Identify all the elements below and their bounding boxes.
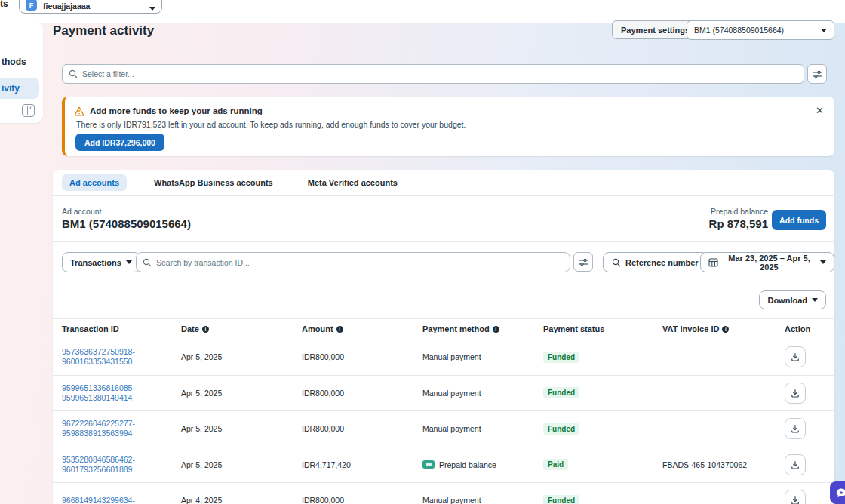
table-column-header[interactable]: Transaction ID xyxy=(62,324,181,333)
column-label: VAT invoice ID xyxy=(662,324,719,333)
transactions-dropdown[interactable]: Transactions xyxy=(62,252,140,272)
column-label: Payment status xyxy=(543,324,604,333)
search-icon xyxy=(612,258,621,267)
transaction-amount: IDR800,000 xyxy=(302,389,422,398)
search-icon xyxy=(69,69,78,78)
info-icon[interactable] xyxy=(722,326,729,333)
chevron-down-icon xyxy=(149,7,155,11)
table-column-header[interactable]: Date xyxy=(181,324,302,333)
transactions-dropdown-label: Transactions xyxy=(70,258,121,267)
column-label: Action xyxy=(785,324,810,333)
banner-body: There is only IDR791,523 left in your ad… xyxy=(76,120,466,129)
low-funds-banner: Add more funds to keep your ads running … xyxy=(62,97,834,156)
transaction-date: Apr 4, 2025 xyxy=(181,496,302,504)
tab-meta-verified-accounts[interactable]: Meta Verified accounts xyxy=(300,174,405,191)
info-icon[interactable] xyxy=(336,326,343,333)
payment-method: Manual payment xyxy=(422,352,543,361)
table-column-header[interactable]: VAT invoice ID xyxy=(662,324,785,333)
table-row: 9573636372750918-9600163353431550 Apr 5,… xyxy=(53,340,834,376)
payment-method: Manual payment xyxy=(422,496,543,504)
table-row: 9599651336816085-9599651380149414 Apr 5,… xyxy=(53,376,834,412)
table-column-header[interactable]: Action xyxy=(785,324,834,333)
add-funds-button[interactable]: Add funds xyxy=(772,210,826,230)
download-button[interactable]: Download xyxy=(759,290,826,309)
download-icon xyxy=(790,352,800,362)
ad-account-label: Ad account xyxy=(62,207,102,216)
transaction-search-input[interactable]: Search by transaction ID... xyxy=(136,252,570,272)
sliders-icon xyxy=(813,69,822,79)
column-label: Transaction ID xyxy=(62,324,119,333)
status-badge: Funded xyxy=(543,352,579,363)
column-label: Date xyxy=(181,324,199,333)
status-badge: Funded xyxy=(543,423,579,435)
top-bar: ts F fieuajjajaaaa xyxy=(0,0,845,23)
download-icon xyxy=(790,459,800,470)
sidebar-collapse-icon[interactable] xyxy=(22,104,35,117)
tab-ad-accounts[interactable]: Ad accounts xyxy=(62,174,127,191)
table-row: 9672226046225277-9598838913563994 Apr 5,… xyxy=(53,411,834,447)
transaction-date: Apr 5, 2025 xyxy=(181,460,302,469)
column-label: Amount xyxy=(302,324,333,333)
info-icon[interactable] xyxy=(202,326,209,333)
download-icon xyxy=(790,495,800,504)
divider xyxy=(53,195,834,196)
payment-method-label: Manual payment xyxy=(422,389,481,398)
download-button-label: Download xyxy=(767,296,807,305)
payment-settings-button[interactable]: Payment settings xyxy=(612,20,699,39)
chevron-down-icon xyxy=(820,260,826,264)
business-selector-dropdown[interactable]: F fieuajjajaaaa xyxy=(19,0,162,14)
download-invoice-button[interactable] xyxy=(785,454,806,475)
account-selector-dropdown[interactable]: BM1 (574088509015664) xyxy=(687,20,834,40)
download-icon xyxy=(790,423,800,434)
page-title: Payment activity xyxy=(53,23,154,38)
table-column-header[interactable]: Amount xyxy=(302,324,422,333)
filter-placeholder: Select a filter... xyxy=(82,69,134,78)
filter-options-button[interactable] xyxy=(807,64,827,84)
payment-method-label: Prepaid balance xyxy=(439,460,496,469)
add-funds-banner-button[interactable]: Add IDR37,296,000 xyxy=(75,134,164,151)
search-options-button[interactable] xyxy=(573,252,593,272)
ad-account-name: BM1 (574088509015664) xyxy=(62,217,191,230)
transaction-id-link[interactable]: 9668149143299634- xyxy=(62,496,181,504)
sliders-icon xyxy=(579,257,588,267)
sidebar-item-payment-activity[interactable]: ivity xyxy=(2,83,20,94)
payment-method: Manual payment xyxy=(422,389,543,398)
download-invoice-button[interactable] xyxy=(785,346,806,367)
reference-number-button[interactable]: Reference number xyxy=(603,252,708,272)
prepaid-balance-icon xyxy=(422,460,435,469)
payment-method-label: Manual payment xyxy=(422,496,481,504)
tab-whatsapp-business-accounts[interactable]: WhatsApp Business accounts xyxy=(146,174,281,191)
info-icon[interactable] xyxy=(493,326,499,333)
transaction-id-link[interactable]: 9672226046225277-9598838913563994 xyxy=(62,419,181,438)
chevron-down-icon xyxy=(812,298,818,302)
accounts-card: Ad accounts WhatsApp Business accounts M… xyxy=(53,170,834,504)
reference-number-label: Reference number xyxy=(625,258,699,267)
status-badge: Funded xyxy=(543,495,579,504)
payment-method: Manual payment xyxy=(422,424,543,433)
transaction-id-link[interactable]: 9599651336816085-9599651380149414 xyxy=(62,383,181,403)
transaction-date: Apr 5, 2025 xyxy=(181,424,302,433)
column-label: Payment method xyxy=(422,324,490,333)
chat-widget-button[interactable] xyxy=(830,481,845,504)
transaction-amount: IDR800,000 xyxy=(302,496,422,504)
download-invoice-button[interactable] xyxy=(785,383,806,404)
chevron-down-icon xyxy=(126,260,132,264)
calendar-icon xyxy=(708,257,718,267)
filter-search-input[interactable]: Select a filter... xyxy=(62,64,804,84)
date-range-picker[interactable]: Mar 23, 2025 – Apr 5, 2025 xyxy=(700,252,834,272)
table-body: 9573636372750918-9600163353431550 Apr 5,… xyxy=(53,340,834,504)
download-invoice-button[interactable] xyxy=(785,490,806,504)
table-column-header[interactable]: Payment method xyxy=(422,324,543,333)
sidebar-item-payment-methods[interactable]: thods xyxy=(2,57,26,67)
page-corner-text-fragment: ts xyxy=(0,0,8,9)
download-invoice-button[interactable] xyxy=(785,418,806,439)
transaction-id-link[interactable]: 9573636372750918-9600163353431550 xyxy=(62,347,181,367)
account-selector-label: BM1 (574088509015664) xyxy=(694,26,821,35)
table-column-header[interactable]: Payment status xyxy=(543,324,662,333)
close-icon[interactable]: ✕ xyxy=(816,106,824,115)
payment-activity-page: ts F fieuajjajaaaa thods ivity Payment a… xyxy=(0,0,845,504)
transaction-date: Apr 5, 2025 xyxy=(181,389,302,398)
banner-title: Add more funds to keep your ads running xyxy=(90,106,263,115)
account-tabs: Ad accounts WhatsApp Business accounts M… xyxy=(62,170,405,195)
transaction-id-link[interactable]: 9535280846586462-9601793256601889 xyxy=(62,455,181,475)
